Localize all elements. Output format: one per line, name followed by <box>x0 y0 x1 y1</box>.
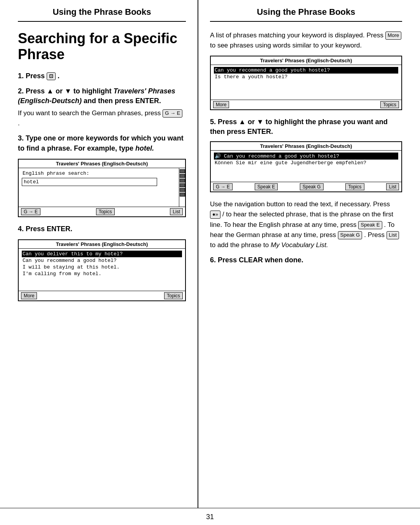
step-3-label: 3. Type one or more keywords for which y… <box>18 134 184 152</box>
screen-1-main: English phrase search: hotel <box>19 168 179 207</box>
screen-3-content: Can you recommend a good youth hostel? I… <box>211 65 401 100</box>
screen-2-btn-topics[interactable]: Topics <box>164 292 183 299</box>
step-2: 2. Press ▲ or ▼ to highlight Travelers' … <box>18 86 186 128</box>
g-to-e-btn-step2: G → E <box>163 109 182 118</box>
screen-4-btn-g-e[interactable]: G → E <box>213 183 233 190</box>
step-2-sub: If you want to search the German phrases… <box>18 108 186 128</box>
screen-2-line-3: I will be staying at this hotel. <box>22 264 182 270</box>
screen-1-input-label: English phrase search: <box>22 170 176 177</box>
cols-wrapper: Using the Phrase Books Searching for a S… <box>0 0 420 508</box>
screen-1-input: hotel <box>22 178 157 186</box>
screen-2-btn-more[interactable]: More <box>21 292 37 299</box>
screen-2-line-1: Can you deliver this to my hotel? <box>22 251 182 257</box>
left-header: Using the Phrase Books <box>18 0 186 22</box>
screen-4-title: Travelers' Phrases (Englisch-Deutsch) <box>211 142 401 151</box>
screen-1-btn-g-e[interactable]: G → E <box>21 208 40 215</box>
screen-3: Travelers' Phrases (Englisch-Deutsch) Ca… <box>210 56 402 110</box>
screen-4-footer: G → E Speak E Speak G Topics List <box>211 182 401 191</box>
screen-3-line-2: Is there a youth hostel? <box>214 74 398 80</box>
speak-g-btn-body: Speak G <box>338 231 362 239</box>
screen-1-btn-list[interactable]: List <box>170 208 183 215</box>
press-button-1: ⊡ <box>47 72 56 81</box>
speaker-btn: ●» <box>210 211 220 219</box>
screen-4-btn-list[interactable]: List <box>386 183 399 190</box>
screen-4-highlighted: 🔊 Can you recommend a good youth hostel? <box>214 153 398 160</box>
screen-4-translation: Können Sie mir eine gute Jugendherberge … <box>214 160 398 166</box>
screen-3-title: Travelers' Phrases (Englisch-Deutsch) <box>211 56 401 65</box>
screen-1-body: English phrase search: hotel <box>19 168 185 207</box>
step-4-text: Press ENTER. <box>26 225 72 233</box>
page-title: Searching for a Specific Phrase <box>18 30 186 63</box>
step-1-label: 1. Press ⊡ . <box>18 72 60 80</box>
step-5-header: 5. Press ▲ or ▼ to highlight the phrase … <box>210 117 402 137</box>
step-1: 1. Press ⊡ . <box>18 71 186 81</box>
screen-1-content: English phrase search: hotel <box>19 168 179 207</box>
screen-1-scrollbar <box>179 168 185 207</box>
step-3: 3. Type one or more keywords for which y… <box>18 133 186 153</box>
screen-2-line-2: Can you recommend a good hotel? <box>22 257 182 264</box>
step-4-label: 4. Press ENTER. <box>18 225 72 233</box>
screen-3-btn-topics[interactable]: Topics <box>380 101 399 108</box>
screen-3-line-1: Can you recommend a good youth hostel? <box>214 67 398 74</box>
step-4: 4. Press ENTER. <box>18 224 186 234</box>
step-2-label: 2. Press ▲ or ▼ to highlight Travelers' … <box>18 87 175 105</box>
screen-2-line-4: I'm calling from my hotel. <box>22 270 182 277</box>
right-header: Using the Phrase Books <box>210 0 402 22</box>
intro-text: A list of phrases matching your keyword … <box>210 30 402 51</box>
screen-4: Travelers' Phrases (Englisch-Deutsch) 🔊 … <box>210 141 402 192</box>
step-1-text: Press <box>26 72 47 80</box>
vocab-list-italic: My Vocabulary List. <box>271 241 328 249</box>
step-6: 6. Press CLEAR when done. <box>210 256 402 264</box>
screen-3-footer: More Topics <box>211 100 401 109</box>
screen-3-btn-more[interactable]: More <box>213 101 229 108</box>
speak-e-btn-body: Speak E <box>358 221 382 229</box>
page-number: 31 <box>206 513 214 521</box>
more-btn-intro: More <box>385 32 402 40</box>
screen-4-btn-topics[interactable]: Topics <box>345 183 364 190</box>
screen-4-btn-speak-e[interactable]: Speak E <box>255 183 278 190</box>
screen-2-content: Can you deliver this to my hotel? Can yo… <box>19 249 185 291</box>
page-wrapper: Using the Phrase Books Searching for a S… <box>0 0 420 525</box>
page-number-bar: 31 <box>0 508 420 525</box>
left-column: Using the Phrase Books Searching for a S… <box>0 0 198 508</box>
screen-1-title: Travelers' Phrases (Englisch-Deutsch) <box>19 160 185 168</box>
screen-2: Travelers' Phrases (Englisch-Deutsch) Ca… <box>18 239 186 301</box>
nav-text: Use the navigation button to read the te… <box>210 199 402 251</box>
screen-1: Travelers' Phrases (Englisch-Deutsch) En… <box>18 159 186 217</box>
screen-2-footer: More Topics <box>19 291 185 300</box>
screen-2-title: Travelers' Phrases (Englisch-Deutsch) <box>19 240 185 249</box>
screen-4-btn-speak-g[interactable]: Speak G <box>300 183 324 190</box>
screen-1-footer: G → E Topics List <box>19 207 185 216</box>
list-btn-body: List <box>387 231 399 239</box>
right-column: Using the Phrase Books A list of phrases… <box>198 0 420 508</box>
screen-1-btn-topics[interactable]: Topics <box>96 208 115 215</box>
screen-4-content: 🔊 Can you recommend a good youth hostel?… <box>211 151 401 182</box>
